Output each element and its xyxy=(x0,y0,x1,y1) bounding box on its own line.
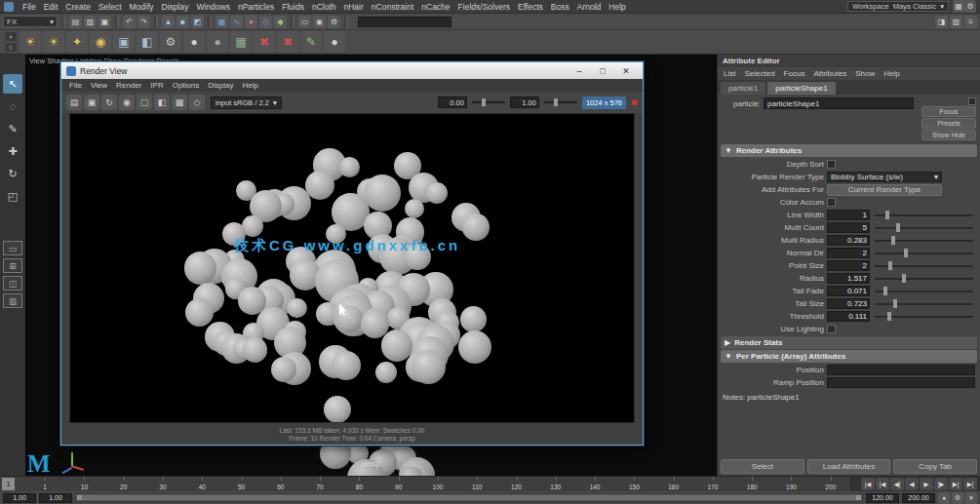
shelf-sphere-icon[interactable]: ● xyxy=(324,31,345,53)
snap-grid-icon[interactable]: ▦ xyxy=(216,16,228,28)
load-attributes-button[interactable]: Load Attributes xyxy=(807,459,891,474)
main-menu-item[interactable]: nCache xyxy=(417,2,453,12)
frame-tick[interactable]: 170 xyxy=(693,477,732,491)
single-pane-layout-button[interactable]: ▭ xyxy=(3,241,22,255)
frame-tick[interactable]: 50 xyxy=(221,477,260,491)
lock-name-checkbox[interactable] xyxy=(968,97,976,105)
playback-range[interactable] xyxy=(77,495,861,500)
shelf-render-settings-icon[interactable]: ⚙ xyxy=(160,31,181,53)
attribute-value-field[interactable]: 0.723 xyxy=(827,298,870,309)
per-particle-attribute-field[interactable] xyxy=(827,377,975,388)
main-menu-item[interactable]: Select xyxy=(95,2,126,12)
playback-start-field[interactable]: 1.00 xyxy=(39,493,72,503)
rv-region-render-icon[interactable]: ▢ xyxy=(137,95,152,110)
rv-redo-render-icon[interactable]: ↻ xyxy=(101,95,117,110)
snap-plane-icon[interactable]: ◇ xyxy=(259,16,272,28)
shelf-delete-unused-icon[interactable]: ✖ xyxy=(254,31,275,53)
attribute-value-field[interactable]: 2 xyxy=(827,260,870,271)
section-render-attributes[interactable]: ▼ Render Attributes xyxy=(721,144,977,157)
rv-alpha-channel-icon[interactable]: ◇ xyxy=(189,95,205,110)
rendered-image-canvas[interactable]: 技术CG www.gdnxxfb.cn xyxy=(69,113,635,423)
frame-tick[interactable]: 140 xyxy=(575,477,614,491)
frame-tick[interactable]: 180 xyxy=(732,477,771,491)
main-menu-item[interactable]: Effects xyxy=(514,2,547,12)
particle-render-type-dropdown[interactable]: Blobby Surface (s/w)▾ xyxy=(827,172,942,182)
render-icon[interactable]: ▭ xyxy=(298,16,311,28)
scale-tool[interactable]: ◰ xyxy=(3,186,22,206)
persp-outliner-layout-button[interactable]: ◫ xyxy=(3,276,22,291)
select-button[interactable]: Select xyxy=(721,459,804,474)
attribute-slider[interactable] xyxy=(873,222,977,233)
range-slider-track[interactable] xyxy=(75,493,863,502)
render-settings-icon[interactable]: ⚙ xyxy=(328,16,340,28)
ipr-render-icon[interactable]: ◉ xyxy=(313,16,326,28)
attribute-slider[interactable] xyxy=(873,286,977,296)
open-scene-icon[interactable]: ▨ xyxy=(84,16,97,28)
play-backwards-button[interactable]: ◀ xyxy=(905,478,919,490)
attribute-editor-menu-item[interactable]: Show xyxy=(851,69,879,78)
presets-button[interactable]: Presets xyxy=(921,118,976,129)
node-name-field[interactable]: particleShape1 xyxy=(764,97,914,109)
frame-tick[interactable]: 190 xyxy=(771,477,810,491)
attribute-editor-menu-item[interactable]: List xyxy=(720,69,739,78)
quick-selection-input[interactable] xyxy=(358,17,451,27)
frame-tick[interactable]: 110 xyxy=(457,477,496,491)
step-back-frame-button[interactable]: |◀ xyxy=(876,478,889,490)
per-particle-attribute-field[interactable] xyxy=(827,365,975,375)
workspace-selector[interactable]: Workspace Maya Classic ▾ xyxy=(847,1,949,12)
main-menu-item[interactable]: Modify xyxy=(126,2,158,12)
shelf-point-light-icon[interactable]: ✦ xyxy=(66,31,88,53)
rv-ipr-render-icon[interactable]: ◉ xyxy=(119,95,135,110)
rotate-tool[interactable]: ↻ xyxy=(3,164,22,183)
four-pane-layout-button[interactable]: ⊞ xyxy=(3,258,22,273)
current-render-type-button[interactable]: Current Render Type xyxy=(827,184,942,196)
playback-end-field[interactable]: 120.00 xyxy=(866,493,899,503)
minimize-button[interactable]: – xyxy=(568,63,591,78)
frame-tick[interactable]: 80 xyxy=(339,477,378,491)
modeling-toolkit-toggle-icon[interactable]: ◨ xyxy=(935,16,948,28)
main-menu-item[interactable]: nParticles xyxy=(234,2,278,12)
gamma-field[interactable]: 1.00 xyxy=(510,97,539,108)
render-view-menu-item[interactable]: Display xyxy=(204,81,237,90)
main-menu-item[interactable]: Windows xyxy=(192,2,233,12)
frame-tick[interactable]: 30 xyxy=(143,477,182,491)
main-menu-item[interactable]: File xyxy=(19,2,40,12)
render-view-menu-item[interactable]: IPR xyxy=(146,81,167,90)
shelf-paint-effects-icon[interactable]: ✎ xyxy=(300,31,322,53)
section-render-stats[interactable]: ▶ Render Stats xyxy=(721,336,977,349)
render-view-menu-item[interactable]: File xyxy=(65,81,86,90)
attribute-value-field[interactable]: 2 xyxy=(827,248,870,258)
select-object-icon[interactable]: ■ xyxy=(176,16,189,28)
attribute-value-field[interactable]: 0.111 xyxy=(827,311,870,322)
rv-open-image-icon[interactable]: ▤ xyxy=(66,95,82,110)
section-per-particle-attributes[interactable]: ▼ Per Particle (Array) Attributes xyxy=(721,350,977,363)
attribute-checkbox[interactable] xyxy=(827,160,836,169)
render-view-menu-item[interactable]: Options xyxy=(169,81,204,90)
frame-tick[interactable]: 200 xyxy=(811,477,850,491)
select-hierarchy-icon[interactable]: ▲ xyxy=(162,16,175,28)
attribute-value-field[interactable]: 1 xyxy=(827,210,870,220)
focus-button[interactable]: Focus xyxy=(921,106,976,117)
range-start-handle[interactable] xyxy=(77,495,82,500)
range-end-handle[interactable] xyxy=(856,495,861,500)
main-menu-item[interactable]: Create xyxy=(61,2,95,12)
frame-tick[interactable]: 150 xyxy=(614,477,653,491)
rv-rgb-channels-icon[interactable]: ▩ xyxy=(172,95,187,110)
node-tab[interactable]: particleShape1 xyxy=(767,82,835,95)
attribute-editor-menu-item[interactable]: Attributes xyxy=(809,69,850,78)
redo-icon[interactable]: ↷ xyxy=(137,16,150,28)
main-menu-item[interactable]: Fluids xyxy=(278,2,308,12)
frame-tick[interactable]: 20 xyxy=(104,477,143,491)
character-set-icon[interactable]: ▾ xyxy=(965,492,977,504)
go-to-end-button[interactable]: ▶| xyxy=(963,478,977,490)
frame-tick[interactable]: 130 xyxy=(536,477,575,491)
animation-end-field[interactable]: 200.00 xyxy=(902,493,935,503)
shelf-delete-history-icon[interactable]: ✖ xyxy=(277,31,298,53)
go-to-start-button[interactable]: |◀ xyxy=(861,478,875,490)
shelf-directional-light-icon[interactable]: ☀ xyxy=(43,31,64,53)
lasso-select-tool[interactable]: ◌ xyxy=(3,97,22,116)
shelf-camera-icon[interactable]: ▣ xyxy=(113,31,135,53)
menu-set-selector[interactable]: FX ▾ xyxy=(3,16,58,27)
move-tool[interactable]: ✚ xyxy=(3,141,22,161)
render-view-menu-item[interactable]: View xyxy=(87,81,111,90)
